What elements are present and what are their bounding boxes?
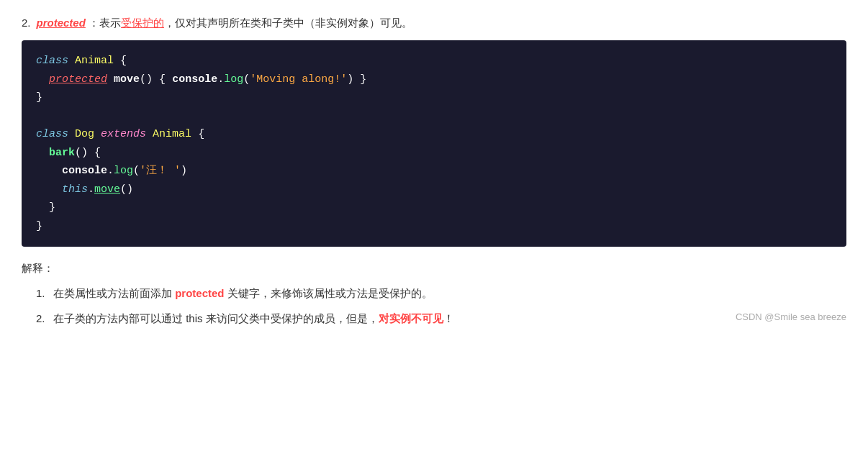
kw-extends: extends [101, 128, 146, 140]
code-line-3: } [36, 88, 832, 107]
kw-this: this [62, 183, 88, 196]
protected-keyword: protected [37, 17, 86, 29]
list-number-2: 2. [36, 309, 53, 328]
explanation-list: 1. 在类属性或方法前面添加 protected 关键字，来修饰该属性或方法是受… [22, 283, 846, 328]
explain-text-2: 在子类的方法内部可以通过 this 来访问父类中受保护的成员，但是，对实例不可见… [53, 309, 454, 328]
method-move-1: move [114, 73, 140, 86]
explanation-title: 解释： [22, 258, 846, 278]
protected-inline: protected [175, 287, 224, 299]
cn-dog: Dog [75, 128, 94, 140]
method-move-2: move [94, 183, 120, 196]
intro-line: 2. protected ：表示受保护的，仅对其声明所在类和子类中（非实例对象）… [22, 14, 846, 32]
code-line-8: this.move() [36, 181, 832, 199]
explanation-item-2: 2. 在子类的方法内部可以通过 this 来访问父类中受保护的成员，但是，对实例… [36, 309, 846, 328]
code-line-2: protected move() { console.log('Moving a… [36, 70, 832, 89]
code-block: class Animal { protected move() { consol… [22, 40, 846, 247]
explain-text-1a: 在类属性或方法前面添加 [53, 287, 175, 299]
cn-animal-2: Animal [153, 128, 191, 140]
list-content-1: 在类属性或方法前面添加 protected 关键字，来修饰该属性或方法是受保护的… [53, 283, 846, 303]
paren-1: () [140, 73, 153, 86]
code-line-7: console.log('汪！ ') [36, 162, 832, 181]
code-line-10: } [36, 217, 832, 236]
explanation-section: 解释： 1. 在类属性或方法前面添加 protected 关键字，来修饰该属性或… [22, 258, 846, 328]
kw-class-2: class [36, 128, 68, 140]
intro-highlight1: 受保护的 [121, 17, 164, 29]
kw-protected: protected [49, 73, 107, 86]
last-line-row: 在子类的方法内部可以通过 this 来访问父类中受保护的成员，但是，对实例不可见… [53, 309, 846, 328]
code-line-9: } [36, 199, 832, 217]
explain-text-2a: 在子类的方法内部可以通过 this 来访问父类中受保护的成员，但是， [53, 312, 379, 324]
cn-animal: Animal [75, 55, 114, 67]
intro-text1: ：表示 [89, 17, 121, 29]
not-visible-highlight: 对实例不可见 [379, 312, 443, 324]
list-number-1: 1. [36, 283, 53, 303]
code-line-5: class Dog extends Animal { [36, 125, 832, 144]
brace-open-2: { [159, 73, 166, 86]
list-content-2: 在子类的方法内部可以通过 this 来访问父类中受保护的成员，但是，对实例不可见… [53, 309, 846, 328]
log-1: log [224, 73, 243, 86]
log-2: log [114, 165, 133, 177]
brace-open-1: { [120, 55, 127, 67]
intro-number: 2. [22, 14, 31, 32]
console-1: console [172, 73, 217, 86]
kw-class-1: class [36, 55, 68, 67]
string-1: 'Moving along!' [250, 73, 347, 86]
explain-text-2b: ！ [443, 312, 454, 324]
code-line-1: class Animal { [36, 52, 832, 70]
string-2: '汪！ ' [140, 165, 181, 177]
method-bark: bark [49, 147, 75, 159]
console-2: console [62, 165, 107, 177]
csdn-credit: CSDN @Smile sea breeze [736, 309, 846, 325]
code-line-6: bark() { [36, 144, 832, 163]
explanation-item-1: 1. 在类属性或方法前面添加 protected 关键字，来修饰该属性或方法是受… [36, 283, 846, 303]
intro-text2: ，仅对其声明所在类和子类中（非实例对象）可见。 [164, 17, 412, 29]
explain-text-1b: 关键字，来修饰该属性或方法是受保护的。 [225, 287, 433, 299]
code-line-4 [36, 107, 832, 126]
